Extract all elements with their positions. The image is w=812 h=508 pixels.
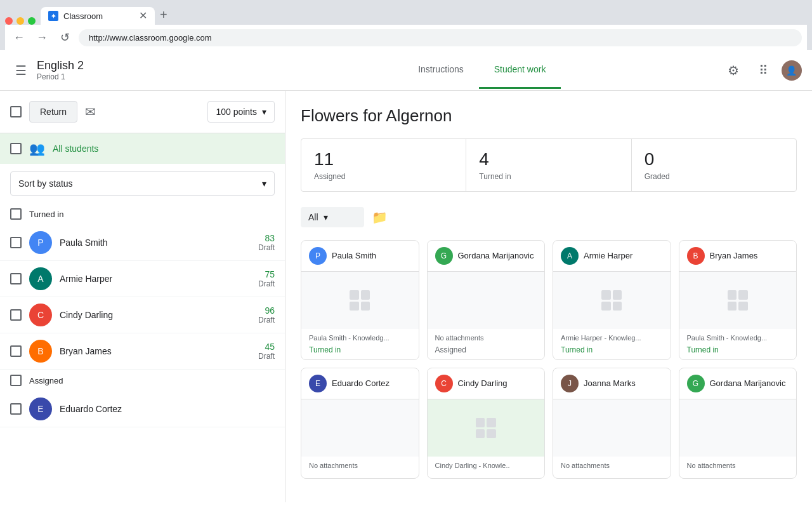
card-header: J Joanna Marks (553, 368, 671, 399)
card-avatar: G (435, 247, 453, 265)
student-checkbox[interactable] (10, 309, 22, 321)
card-thumbnail (553, 272, 671, 329)
card-file: No attachments (561, 462, 663, 469)
card-avatar: G (687, 375, 705, 392)
student-name: Armie Harper (60, 274, 251, 284)
all-students-row[interactable]: 👥 All students (0, 133, 285, 164)
gear-icon: ⚙ (728, 63, 739, 78)
card-file: Paula Smith - Knowledg... (687, 334, 789, 342)
student-card[interactable]: G Gordana Marijanovic No attachments Ass… (427, 240, 546, 360)
card-file: Cindy Darling - Knowle.. (435, 462, 537, 469)
student-avatar: C (29, 304, 52, 326)
folder-button[interactable]: 📁 (372, 210, 388, 225)
filter-dropdown[interactable]: All ▾ (301, 207, 364, 227)
student-row: B Bryan James 45 Draft (0, 333, 285, 370)
all-students-checkbox[interactable] (10, 143, 22, 154)
card-avatar: P (309, 247, 327, 265)
doc-grid-icon (350, 290, 370, 311)
card-thumbnail (679, 272, 797, 329)
folder-icon: 📁 (372, 210, 388, 224)
email-button[interactable]: ✉ (85, 104, 96, 119)
card-header: P Paula Smith (301, 241, 419, 272)
minimize-traffic-light[interactable] (16, 17, 24, 25)
refresh-button[interactable]: ↺ (56, 29, 74, 46)
browser-controls: ← → ↺ (5, 25, 807, 50)
stat-assigned: 11 Assigned (301, 139, 466, 191)
sort-by-dropdown[interactable]: Sort by status ▾ (10, 171, 275, 196)
card-body: No attachments (679, 457, 797, 478)
card-body: Paula Smith - Knowledg... Turned in (301, 329, 419, 359)
student-card[interactable]: C Cindy Darling Cindy Darling - Knowle.. (427, 368, 546, 479)
card-student-name: Bryan James (710, 251, 758, 262)
student-card[interactable]: P Paula Smith Paula Smith - Knowledg... … (301, 240, 419, 360)
apps-button[interactable]: ⠿ (751, 58, 776, 83)
card-avatar: E (309, 375, 327, 392)
student-checkbox[interactable] (10, 403, 22, 415)
student-card[interactable]: G Gordana Marijanovic No attachments (679, 368, 797, 479)
turned-in-count: 4 (479, 149, 618, 170)
email-icon: ✉ (85, 105, 96, 119)
card-thumbnail (428, 272, 545, 329)
return-button[interactable]: Return (29, 101, 77, 123)
apps-icon: ⠿ (759, 63, 768, 78)
student-grade: 83 Draft (258, 233, 275, 252)
student-avatar: E (29, 398, 52, 420)
student-card[interactable]: A Armie Harper Armie Harper - Knowleg...… (553, 240, 671, 360)
new-tab-button[interactable]: + (155, 5, 173, 25)
app: ☰ English 2 Period 1 Instructions Studen… (0, 50, 812, 502)
student-checkbox[interactable] (10, 273, 22, 284)
browser-chrome: ✦ Classroom ✕ + ← → ↺ (0, 0, 812, 50)
assigned-count: 11 (314, 149, 453, 170)
all-students-label: All students (53, 144, 98, 154)
card-avatar: B (687, 247, 705, 265)
main-content: Return ✉ 100 points ▾ 👥 All students Sor… (0, 91, 812, 502)
turned-in-label: Turned in (479, 172, 618, 181)
assigned-label: Assigned (29, 376, 63, 385)
turned-in-section-checkbox[interactable] (10, 208, 22, 220)
card-thumbnail (679, 399, 797, 457)
traffic-lights (5, 17, 36, 25)
group-icon: 👥 (29, 141, 45, 156)
card-status: Assigned (435, 345, 537, 354)
tab-title: Classroom (63, 11, 134, 21)
tab-close-button[interactable]: ✕ (139, 11, 147, 21)
card-header: A Armie Harper (553, 241, 671, 272)
card-header: E Eduardo Cortez (301, 368, 419, 399)
card-status: Turned in (309, 345, 411, 354)
student-checkbox[interactable] (10, 237, 22, 248)
card-file: Paula Smith - Knowledg... (309, 334, 411, 342)
forward-button[interactable]: → (33, 29, 51, 46)
card-thumbnail (428, 399, 545, 457)
student-grade: 45 Draft (258, 342, 275, 361)
card-avatar: J (561, 375, 579, 392)
maximize-traffic-light[interactable] (28, 17, 36, 25)
card-file: No attachments (309, 462, 411, 469)
assigned-section-checkbox[interactable] (10, 375, 22, 386)
card-body: Paula Smith - Knowledg... Turned in (679, 329, 797, 359)
student-name: Paula Smith (60, 237, 251, 248)
card-body: No attachments Assigned (428, 329, 545, 359)
url-bar[interactable] (79, 29, 802, 46)
chevron-down-icon: ▾ (324, 212, 328, 222)
close-traffic-light[interactable] (5, 17, 13, 25)
card-header: G Gordana Marijanovic (679, 368, 797, 399)
student-card[interactable]: B Bryan James Paula Smith - Knowledg... … (679, 240, 797, 360)
hamburger-menu[interactable]: ☰ (10, 58, 32, 83)
student-card[interactable]: E Eduardo Cortez No attachments (301, 368, 419, 479)
card-status: Turned in (687, 345, 789, 354)
tab-instructions[interactable]: Instructions (403, 51, 479, 89)
user-avatar[interactable]: 👤 (782, 60, 802, 81)
back-button[interactable]: ← (10, 29, 28, 46)
student-checkbox[interactable] (10, 345, 22, 357)
chevron-down-icon: ▾ (262, 107, 266, 117)
tab-student-work[interactable]: Student work (479, 51, 561, 89)
points-dropdown[interactable]: 100 points ▾ (207, 101, 275, 123)
settings-button[interactable]: ⚙ (721, 58, 746, 83)
cards-grid: P Paula Smith Paula Smith - Knowledg... … (301, 240, 797, 479)
card-status: Turned in (561, 345, 663, 354)
doc-grid-icon (728, 290, 748, 311)
sort-row: Sort by status ▾ (0, 164, 285, 203)
student-card[interactable]: J Joanna Marks No attachments (553, 368, 671, 479)
active-browser-tab[interactable]: ✦ Classroom ✕ (41, 7, 155, 25)
select-all-checkbox[interactable] (10, 106, 22, 117)
